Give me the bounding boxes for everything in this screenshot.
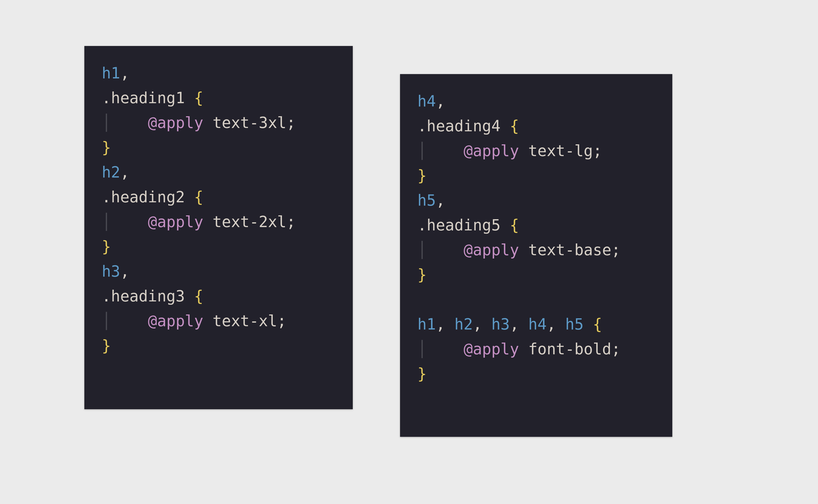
- indent-guide: │: [102, 213, 111, 231]
- selector-heading3: .heading3: [102, 287, 185, 305]
- selector-h5: h5: [565, 315, 584, 333]
- selector-h1: h1: [102, 64, 120, 82]
- semicolon: ;: [612, 340, 621, 358]
- semicolon: ;: [593, 142, 602, 160]
- brace-open: {: [501, 117, 519, 135]
- brace-close: }: [418, 365, 427, 383]
- utility-text-xl: text-xl: [203, 312, 277, 330]
- selector-heading2: .heading2: [102, 188, 185, 206]
- indent-guide: │: [418, 241, 427, 259]
- brace-close: }: [418, 167, 427, 184]
- selector-h5: h5: [418, 191, 436, 209]
- selector-h2: h2: [102, 163, 120, 181]
- code-block-right: h4, .heading4 { │ @apply text-lg; } h5, …: [400, 74, 672, 437]
- semicolon: ;: [286, 213, 295, 231]
- code-block-left: h1, .heading1 { │ @apply text-3xl; } h2,…: [84, 46, 353, 409]
- comma: ,: [120, 262, 129, 280]
- utility-text-2xl: text-2xl: [203, 213, 286, 231]
- indent-guide: │: [102, 312, 111, 330]
- comma: ,: [436, 315, 454, 333]
- apply-directive: @apply: [111, 114, 203, 132]
- indent-guide: │: [418, 340, 427, 358]
- brace-open: {: [584, 315, 602, 333]
- utility-text-3xl: text-3xl: [203, 114, 286, 132]
- brace-open: {: [501, 216, 519, 234]
- selector-heading5: .heading5: [418, 216, 501, 234]
- selector-h4: h4: [418, 92, 436, 110]
- comma: ,: [120, 64, 129, 82]
- code-left: h1, .heading1 { │ @apply text-3xl; } h2,…: [84, 46, 353, 373]
- code-right: h4, .heading4 { │ @apply text-lg; } h5, …: [400, 74, 672, 401]
- comma: ,: [120, 163, 129, 181]
- comma: ,: [473, 315, 491, 333]
- apply-directive: @apply: [427, 340, 519, 358]
- selector-h2: h2: [455, 315, 473, 333]
- semicolon: ;: [286, 114, 295, 132]
- brace-open: {: [185, 188, 203, 206]
- brace-open: {: [185, 89, 203, 107]
- selector-heading1: .heading1: [102, 89, 185, 107]
- brace-close: }: [418, 266, 427, 284]
- brace-close: }: [102, 138, 111, 156]
- selector-h3: h3: [102, 262, 120, 280]
- indent-guide: │: [102, 114, 111, 132]
- apply-directive: @apply: [111, 213, 203, 231]
- apply-directive: @apply: [427, 142, 519, 160]
- brace-close: }: [102, 238, 111, 255]
- comma: ,: [547, 315, 565, 333]
- comma: ,: [510, 315, 528, 333]
- brace-open: {: [185, 287, 203, 305]
- selector-heading4: .heading4: [418, 117, 501, 135]
- selector-h3: h3: [491, 315, 510, 333]
- selector-h4: h4: [528, 315, 547, 333]
- brace-close: }: [102, 337, 111, 355]
- comma: ,: [436, 92, 445, 110]
- semicolon: ;: [612, 241, 621, 259]
- semicolon: ;: [277, 312, 286, 330]
- apply-directive: @apply: [427, 241, 519, 259]
- utility-text-lg: text-lg: [519, 142, 593, 160]
- comma: ,: [436, 191, 445, 209]
- apply-directive: @apply: [111, 312, 203, 330]
- utility-text-base: text-base: [519, 241, 611, 259]
- canvas: h1, .heading1 { │ @apply text-3xl; } h2,…: [0, 0, 818, 504]
- utility-font-bold: font-bold: [519, 340, 611, 358]
- selector-h1: h1: [418, 315, 436, 333]
- indent-guide: │: [418, 142, 427, 160]
